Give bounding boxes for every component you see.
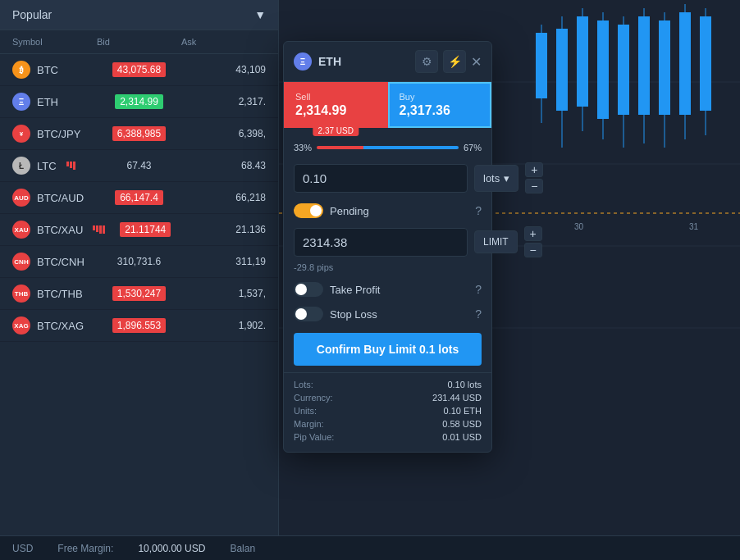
symbol-name: XAU BTC/XAU (12, 221, 105, 239)
pip-detail-value: 0.01 USD (442, 432, 482, 442)
progress-fill (317, 146, 459, 149)
units-detail-label: Units: (294, 406, 317, 416)
limit-controls: + − (524, 226, 542, 257)
svg-text:31: 31 (689, 222, 699, 231)
detail-pip: Pip Value: 0.01 USD (294, 430, 482, 444)
lots-minus-button[interactable]: − (525, 179, 543, 193)
table-row[interactable]: Ł LTC 67.43 68.43 (0, 150, 278, 182)
take-profit-row: Take Profit ? (284, 277, 491, 302)
sell-label: Sell (295, 92, 377, 102)
ask-cell: 1,902. (181, 320, 266, 331)
currency-detail-value: 231.44 USD (432, 393, 482, 403)
table-row[interactable]: ¥ BTC/JPY 6,388,985 6,398, (0, 118, 278, 150)
stop-loss-row: Stop Loss ? (284, 302, 491, 326)
bid-cell: 310,731.6 (97, 256, 181, 267)
pending-toggle[interactable] (294, 203, 323, 218)
stop-loss-toggle[interactable] (294, 307, 323, 321)
ask-cell: 1,537, (181, 288, 266, 299)
progress-right: 67% (464, 143, 482, 153)
btcthb-icon: THB (12, 285, 30, 303)
table-row[interactable]: CNH BTC/CNH 310,731.6 311,19 (0, 246, 278, 278)
symbol-name: XAG BTC/XAG (12, 316, 97, 335)
lots-selector[interactable]: lots ▾ (474, 165, 518, 192)
lots-arrow-icon: ▾ (504, 172, 509, 184)
confirm-buy-button[interactable]: Confirm Buy Limit 0.1 lots (294, 333, 482, 366)
trade-details: Lots: 0.10 lots Currency: 231.44 USD Uni… (284, 372, 491, 452)
btcxag-icon: XAG (12, 316, 30, 335)
spread-badge: 2.37 USD (313, 125, 359, 136)
symbol-name: THB BTC/THB (12, 285, 97, 303)
bid-cell: 1,896.553 (97, 318, 181, 333)
currency-detail-label: Currency: (294, 393, 333, 403)
limit-minus-button[interactable]: − (524, 243, 542, 257)
margin-detail-value: 0.58 USD (442, 419, 482, 429)
lots-plus-button[interactable]: + (525, 162, 543, 177)
detail-lots: Lots: 0.10 lots (294, 378, 482, 391)
btc-icon: ₿ (12, 61, 30, 79)
toggle-knob (310, 205, 322, 216)
lots-row: lots ▾ + − (284, 157, 491, 198)
dialog-controls: ⚙ ⚡ ✕ (415, 50, 482, 73)
free-margin-label: Free Margin: (57, 543, 113, 554)
table-row[interactable]: ₿ BTC 43,075.68 43,109 (0, 54, 278, 86)
stop-loss-knob (295, 308, 307, 320)
limit-price-input[interactable] (294, 228, 468, 257)
bid-cell: 6,388,985 (97, 126, 181, 141)
bid-cell: 1,530,247 (97, 286, 181, 301)
symbol-name: CNH BTC/CNH (12, 253, 97, 271)
ask-cell: 68.43 (181, 160, 266, 171)
bars-icon (93, 225, 105, 234)
sell-button[interactable]: Sell 2,314.99 2.37 USD (284, 82, 388, 128)
limit-plus-button[interactable]: + (524, 226, 542, 241)
btccnh-icon: CNH (12, 253, 30, 271)
pips-label: -29.8 pips (284, 261, 491, 277)
take-profit-knob (295, 284, 307, 295)
buy-button[interactable]: Buy 2,317.36 (388, 82, 492, 128)
bid-cell: 21.11744 (105, 222, 185, 237)
symbol-list-panel: Popular ▼ Symbol Bid Ask ₿ BTC 43,075.68… (0, 0, 279, 560)
progress-bar (317, 146, 459, 149)
table-row[interactable]: XAG BTC/XAG 1,896.553 1,902. (0, 310, 278, 342)
category-dropdown[interactable]: Popular ▼ (0, 0, 278, 30)
stop-loss-label: Stop Loss (330, 308, 468, 321)
detail-units: Units: 0.10 ETH (294, 404, 482, 417)
settings-icon[interactable]: ⚙ (415, 50, 438, 73)
bid-cell: 66,147.4 (97, 190, 181, 205)
ask-cell: 43,109 (181, 64, 266, 75)
stop-loss-help-icon[interactable]: ? (475, 307, 482, 321)
symbol-name: ¥ BTC/JPY (12, 125, 97, 143)
symbol-name: ₿ BTC (12, 61, 97, 79)
lots-controls: + − (525, 162, 543, 193)
symbol-name: Ξ ETH (12, 93, 97, 111)
table-row[interactable]: XAU BTC/XAU 21.11744 21.136 (0, 214, 278, 246)
col-ask: Ask (181, 37, 266, 47)
close-button[interactable]: ✕ (471, 54, 482, 70)
trading-dialog: Ξ ETH ⚙ ⚡ ✕ Sell 2,314.99 2.37 USD Buy 2… (283, 41, 492, 453)
lots-input[interactable] (294, 164, 468, 193)
ask-cell: 311,19 (181, 256, 266, 267)
lots-detail-label: Lots: (294, 380, 313, 389)
lightning-icon[interactable]: ⚡ (443, 50, 466, 73)
svg-rect-33 (659, 20, 670, 115)
btcaud-icon: AUD (12, 189, 30, 207)
table-row[interactable]: AUD BTC/AUD 66,147.4 66,218 (0, 182, 278, 214)
ask-cell: 21.136 (185, 224, 266, 235)
svg-rect-37 (700, 16, 711, 111)
dialog-title-text: ETH (318, 55, 341, 68)
svg-rect-29 (618, 25, 629, 115)
pending-help-icon[interactable]: ? (475, 204, 482, 217)
take-profit-toggle[interactable] (294, 282, 323, 297)
svg-rect-27 (597, 20, 609, 119)
svg-text:30: 30 (574, 222, 584, 231)
bid-cell: 43,075.68 (97, 62, 181, 77)
symbol-name: AUD BTC/AUD (12, 189, 97, 207)
ltc-icon: Ł (12, 157, 30, 175)
take-profit-help-icon[interactable]: ? (475, 283, 482, 296)
lots-unit: lots (483, 172, 500, 184)
progress-left: 33% (294, 143, 312, 153)
bid-cell: 67.43 (97, 160, 181, 171)
ask-cell: 66,218 (181, 192, 266, 203)
table-row[interactable]: Ξ ETH 2,314.99 2,317. (0, 86, 278, 118)
table-row[interactable]: THB BTC/THB 1,530,247 1,537, (0, 278, 278, 310)
balance-label: Balan (230, 543, 255, 554)
